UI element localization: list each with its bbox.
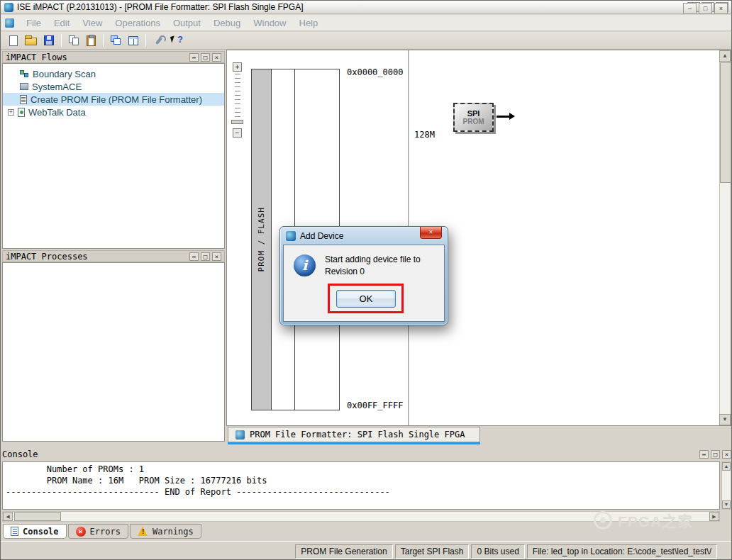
output-tab-bar: Console × Errors ! Warnings [3,524,201,539]
webtalk-icon [18,108,25,117]
scroll-down-icon[interactable]: ▼ [722,500,731,509]
boundary-scan-icon [20,70,29,78]
systemace-icon [20,83,28,90]
scroll-left-icon[interactable]: ◀ [3,512,13,521]
open-file-icon[interactable] [25,38,37,45]
flows-tree: Boundary Scan SystemACE Create PROM File… [2,63,225,249]
tab-label: Console [23,527,59,537]
window-title: ISE iMPACT (P.20131013) - [PROM File For… [17,2,303,12]
tile-windows-icon[interactable] [128,36,138,45]
device-kind-label: PROM [463,118,484,125]
panel-float-icon[interactable]: □ [711,450,720,459]
menu-operations[interactable]: Operations [109,18,167,28]
end-address-label: 0x00FF_FFFF [347,401,403,410]
document-tab-label: PROM File Formatter: SPI Flash Single FP… [250,430,465,439]
scrollbar-thumb[interactable] [720,62,731,183]
prom-flash-column: PROM / FLASH [252,69,272,410]
tab-console[interactable]: Console [3,524,67,539]
panel-close-icon[interactable]: × [212,53,221,62]
tree-item-label: Boundary Scan [33,69,96,79]
console-tab-icon [11,527,18,536]
menu-file[interactable]: File [20,18,48,28]
paste-icon[interactable] [87,35,96,46]
processes-panel-body [2,262,225,442]
panel-close-icon[interactable]: × [212,252,221,261]
dialog-app-icon [286,231,296,241]
scroll-up-icon[interactable]: ▲ [722,462,731,471]
panel-dock-icon[interactable]: ↔ [189,252,199,261]
console-vertical-scrollbar[interactable]: ▲ ▼ [721,461,731,510]
menu-help[interactable]: Help [293,18,325,28]
zoom-slider-track[interactable] [235,74,240,118]
new-file-icon[interactable] [9,35,18,46]
tab-label: Warnings [152,527,194,537]
console-line: Number of PROMs : 1 [6,464,719,475]
zoom-slider-handle[interactable] [231,120,243,124]
device-arrow-icon [497,116,509,118]
tree-item-systemace[interactable]: SystemACE [3,80,224,93]
panel-close-icon[interactable]: × [722,450,731,459]
warning-icon: ! [138,527,148,536]
menu-bar: File Edit View Operations Output Debug W… [1,15,731,31]
tab-label: Errors [90,527,121,537]
status-bar: PROM File Generation Target SPI Flash 0 … [1,541,732,560]
mdi-child-icon [5,18,14,28]
ok-button[interactable]: OK [336,290,396,308]
toolbar: ? [1,32,731,50]
menu-output[interactable]: Output [167,18,207,28]
cascade-windows-icon[interactable] [111,35,121,45]
zoom-out-icon[interactable]: − [233,128,242,138]
menu-debug[interactable]: Debug [207,18,247,28]
scroll-down-icon[interactable]: ▼ [719,414,731,425]
tab-errors[interactable]: × Errors [68,524,128,539]
scrollbar-thumb[interactable] [14,512,61,521]
mdi-minimize-button[interactable]: – [683,3,697,14]
processes-panel-title: iMPACT Processes [6,252,88,262]
tree-item-boundary-scan[interactable]: Boundary Scan [3,67,224,80]
spi-prom-device[interactable]: SPI PROM [453,103,494,132]
title-bar: ISE iMPACT (P.20131013) - [PROM File For… [1,1,731,14]
copy-icon[interactable] [69,35,79,46]
expander-plus-icon[interactable]: + [8,109,14,116]
active-tab-underline [228,442,480,444]
console-output[interactable]: Number of PROMs : 1 PROM Name : 16M PROM… [2,461,720,510]
panel-dock-icon[interactable]: ↔ [699,450,709,459]
dialog-message-line2: Revision 0 [325,266,421,278]
mdi-close-button[interactable]: × [714,3,728,14]
console-line: PROM Name : 16M PROM Size : 16777216 bit… [6,475,719,486]
menu-view[interactable]: View [76,18,109,28]
dialog-message: Start adding device file to Revision 0 [325,254,421,278]
tree-item-webtalk-data[interactable]: + WebTalk Data [3,106,224,118]
whats-this-help-icon[interactable]: ? [171,35,183,46]
workspace-vertical-scrollbar[interactable]: ▲ ▼ [719,50,731,425]
document-tab[interactable]: PROM File Formatter: SPI Flash Single FP… [228,427,480,442]
panel-dock-icon[interactable]: ↔ [189,53,199,62]
tab-warnings[interactable]: ! Warnings [130,524,201,539]
panel-float-icon[interactable]: □ [201,53,210,62]
watermark-text: FPGA之家 [618,510,693,531]
panel-float-icon[interactable]: □ [201,252,210,261]
settings-wrench-icon[interactable] [153,35,164,46]
document-tab-icon [235,430,245,439]
console-line: ------------------------------ END of Re… [6,486,719,498]
menu-window[interactable]: Window [247,18,292,28]
tree-item-label: WebTalk Data [28,107,86,118]
tree-item-label: SystemACE [32,82,82,92]
toolbar-separator [145,34,146,47]
menu-edit[interactable]: Edit [48,18,76,28]
zoom-in-icon[interactable]: + [233,62,242,72]
info-icon: i [294,254,316,276]
status-mode: PROM File Generation [295,544,392,559]
dialog-body: i Start adding device file to Revision 0… [283,245,445,322]
scroll-up-icon[interactable]: ▲ [719,50,731,62]
mdi-restore-button[interactable]: □ [699,3,712,14]
processes-panel-titlebar: iMPACT Processes ↔ □ × [2,250,225,262]
scroll-right-icon[interactable]: ▶ [709,512,719,521]
tree-item-create-prom-file[interactable]: Create PROM File (PROM File Formatter) [3,93,224,106]
console-panel-titlebar: Console ↔ □ × [2,449,731,460]
impact-main-window: ISE iMPACT (P.20131013) - [PROM File For… [0,0,732,560]
save-icon[interactable] [44,35,54,45]
dialog-close-button[interactable]: × [420,227,442,239]
status-bits-used: 0 Bits used [471,544,524,559]
prom-file-icon [20,95,27,104]
